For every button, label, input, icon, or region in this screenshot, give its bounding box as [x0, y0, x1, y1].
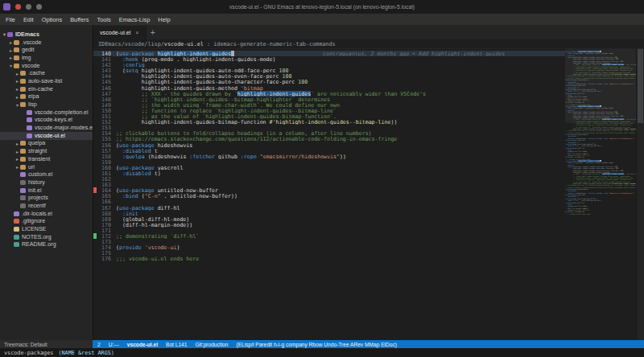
tree-item-license[interactable]: LICENSE: [0, 225, 93, 233]
code-line[interactable]: 173: [93, 239, 565, 244]
chevron-right-icon[interactable]: ▸: [14, 78, 20, 84]
tree-item-auto-save-list[interactable]: ▸auto-save-list: [0, 77, 93, 85]
tree-item-.vscode[interactable]: ▸.vscode: [0, 39, 93, 47]
org-icon: [14, 242, 19, 247]
chevron-right-icon[interactable]: ▸: [14, 156, 20, 162]
tree-item-img[interactable]: ▸img: [0, 54, 93, 62]
code-line[interactable]: 158 :quelpa (hideshowvis :fetcher github…: [93, 154, 565, 159]
tree-item-vscode-completion.el[interactable]: vscode-completion.el: [0, 109, 93, 117]
code-line[interactable]: 152 highlight-indent-guides-bitmap-funct…: [93, 119, 565, 125]
menu-item-file[interactable]: File: [2, 16, 19, 23]
code-line[interactable]: 168 :init: [93, 211, 565, 216]
scrollbar[interactable]: [636, 49, 644, 340]
chevron-right-icon[interactable]: ▸: [8, 39, 14, 45]
tree-item-quelpa[interactable]: ▸quelpa: [0, 140, 93, 148]
tree-item-straight[interactable]: ▸straight: [0, 147, 93, 155]
tree-item-transient[interactable]: ▸transient: [0, 155, 93, 163]
code-line[interactable]: 160(use-package yascroll: [93, 165, 565, 170]
tree-item-lisp[interactable]: ▾lisp: [0, 101, 93, 109]
tree-item-.dir-locals.el[interactable]: .dir-locals.el: [0, 210, 93, 218]
tree-item-idemacs[interactable]: ▾IDEmacs: [0, 31, 93, 39]
tree-item-url[interactable]: ▸url: [0, 163, 93, 171]
chevron-down-icon[interactable]: ▾: [14, 102, 20, 108]
code-line[interactable]: 176;;; vscode-ui.el ends here: [93, 256, 565, 261]
code-area[interactable]: 140(use-package highlight-indent-guides …: [93, 49, 565, 340]
chevron-right-icon[interactable]: ▸: [14, 141, 20, 146]
chevron-right-icon[interactable]: ▸: [8, 55, 14, 60]
tree-item-vscode[interactable]: ▾vscode: [0, 62, 93, 70]
code-line[interactable]: 175: [93, 250, 565, 256]
menu-item-help[interactable]: Help: [154, 16, 174, 23]
chevron-right-icon[interactable]: ▸: [14, 94, 20, 100]
menu-item-emacs-lisp[interactable]: Emacs-Lisp: [115, 16, 155, 23]
code-line[interactable]: 149 ;; the width using `frame-char-width…: [93, 102, 565, 108]
chevron-right-icon[interactable]: ▸: [14, 149, 20, 154]
folder-icon: [20, 165, 26, 170]
chevron-down-icon[interactable]: ▾: [8, 63, 14, 68]
code-line[interactable]: 164(use-package untitled-new-buffer: [93, 187, 565, 193]
code-line[interactable]: 169 (global-diff-hl-mode): [93, 216, 565, 222]
code-line[interactable]: 163: [93, 182, 565, 187]
code-line[interactable]: 157 :disabled t: [93, 148, 565, 154]
tree-item-.cache[interactable]: ▸.cache: [0, 69, 93, 77]
code-line[interactable]: 156(use-package hideshowvis: [93, 142, 565, 148]
code-text: ;; function to replace `highlight-indent…: [116, 108, 565, 113]
tree-item-recentf[interactable]: recentf: [0, 202, 93, 210]
code-line[interactable]: 170 (diff-hl-margin-mode)): [93, 222, 565, 228]
tab-close-icon[interactable]: ×: [135, 29, 138, 36]
code-line[interactable]: 166: [93, 199, 565, 204]
code-line[interactable]: 171: [93, 228, 565, 233]
code-line[interactable]: 165 :bind ("C-n" . untitled-new-buffer)): [93, 193, 565, 199]
code-line[interactable]: 154;; clickable buttons to fold/collapse…: [93, 130, 565, 136]
code-line[interactable]: 141 :hook (prog-mode . highlight-indent-…: [93, 56, 565, 62]
chevron-right-icon[interactable]: ▸: [8, 47, 14, 53]
menu-item-tools[interactable]: Tools: [93, 16, 114, 23]
code-line[interactable]: 145 highlight-indent-guides-auto-charact…: [93, 79, 565, 84]
tree-item-history[interactable]: history: [0, 178, 93, 187]
code-line[interactable]: 143 (setq highlight-indent-guides-auto-o…: [93, 68, 565, 73]
code-line[interactable]: 172;; demonstrating `diff-hl`: [93, 233, 565, 239]
tree-item-readme.org[interactable]: README.org: [0, 241, 93, 249]
minimap[interactable]: (use-package highlight-indent-guides :ho…: [565, 49, 636, 340]
tree-item-vscode-major-modes.el[interactable]: vscode-major-modes.el: [0, 124, 93, 132]
tree-item-projects[interactable]: projects: [0, 194, 93, 202]
code-line[interactable]: 144 highlight-indent-guides-auto-even-fa…: [93, 73, 565, 79]
tree-item-init.el[interactable]: init.el: [0, 187, 93, 195]
tree-item-vscode-ui.el[interactable]: vscode-ui.el: [0, 132, 93, 140]
tree-item-gedit[interactable]: ▸gedit: [0, 46, 93, 54]
tree-item-label: projects: [28, 195, 48, 201]
code-line[interactable]: 153: [93, 125, 565, 130]
menu-item-edit[interactable]: Edit: [19, 16, 38, 23]
code-line[interactable]: 159: [93, 159, 565, 165]
minimap-viewport[interactable]: [565, 49, 636, 123]
tree-item-eln-cache[interactable]: ▸eln-cache: [0, 85, 93, 93]
chevron-right-icon[interactable]: ▸: [14, 71, 20, 76]
code-line[interactable]: 146 highlight-indent-guides-method 'bitm…: [93, 85, 565, 91]
tree-item-label: NOTES.org: [22, 234, 52, 240]
menu-item-options[interactable]: Options: [38, 16, 66, 23]
tree-item-label: gedit: [22, 47, 34, 53]
scrollbar-thumb[interactable]: [638, 49, 643, 123]
new-tab-button[interactable]: +: [147, 26, 159, 39]
code-line[interactable]: 161 :disabled t): [93, 170, 565, 176]
code-line[interactable]: 174(provide 'vscode-ui): [93, 244, 565, 250]
code-line[interactable]: 155;; https://emacs.stackexchange.com/qu…: [93, 136, 565, 142]
code-line[interactable]: 148 ;; `highlight-indent-guides--bitmap-…: [93, 96, 565, 102]
code-line[interactable]: 151 ;; as the value of `highlight-indent…: [93, 113, 565, 119]
code-line[interactable]: 142 :config: [93, 62, 565, 68]
chevron-right-icon[interactable]: ▸: [14, 164, 20, 170]
tree-item-elpa[interactable]: ▸elpa: [0, 93, 93, 101]
code-line[interactable]: 140(use-package highlight-indent-guides …: [93, 51, 565, 56]
chevron-down-icon[interactable]: ▾: [2, 31, 7, 37]
chevron-right-icon[interactable]: ▸: [14, 86, 20, 92]
tree-item-notes.org[interactable]: NOTES.org: [0, 233, 93, 241]
code-line[interactable]: 162: [93, 176, 565, 182]
code-line[interactable]: 147 ;; XXX - the guides drawn by `highli…: [93, 91, 565, 96]
tree-item-custom.el[interactable]: custom.el: [0, 170, 93, 178]
tree-item-.gitignore[interactable]: .gitignore: [0, 218, 93, 226]
tree-item-vscode-keys.el[interactable]: vscode-keys.el: [0, 117, 93, 125]
code-line[interactable]: 167(use-package diff-hl: [93, 205, 565, 211]
tab-vscode-ui[interactable]: vscode-ui.el ×: [93, 26, 147, 39]
code-line[interactable]: 150 ;; function to replace `highlight-in…: [93, 108, 565, 113]
menu-item-buffers[interactable]: Buffers: [66, 16, 93, 23]
